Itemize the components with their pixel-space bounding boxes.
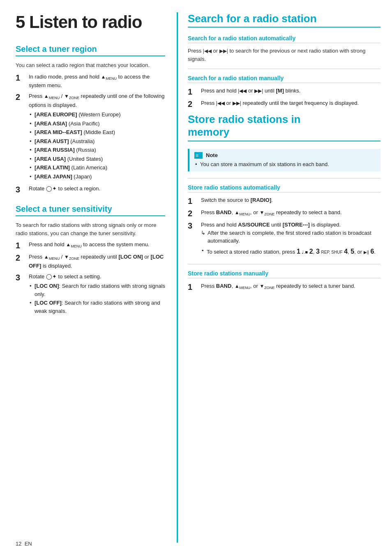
loc-off: [LOC OFF]: Search for radio stations wit…	[29, 299, 165, 315]
prev-icon-2: |◀◀	[238, 87, 247, 95]
store-manual-block: Store radio stations manually 1 Press BA…	[188, 270, 380, 292]
tuner-sensitivity-intro: To search for radio stations with strong…	[16, 221, 165, 237]
tuner-sensitivity-section: Select a tuner sensitivity To search for…	[16, 204, 165, 317]
tuner-region-intro: You can select a radio region that match…	[16, 61, 165, 69]
zone-down-icon-3: ▼ZONE	[259, 209, 274, 217]
step-1: 1 In radio mode, press and hold ▲MENU to…	[16, 73, 165, 90]
store-auto-step-3: 3 Press and hold AS/SOURCE until [STORE-…	[188, 221, 380, 258]
page-lang: EN	[25, 541, 32, 547]
zone-down-icon: ▼ZONE	[64, 92, 79, 101]
store-manual-steps: 1 Press BAND, ▲MENU, or ▼ZONE repeatedly…	[188, 282, 380, 292]
area-russia: [AREA RUSSIA] (Russia)	[29, 146, 165, 154]
area-japan: [AREA JAPAN] (Japan)	[29, 173, 165, 181]
zone-down-icon-2: ▼ZONE	[64, 253, 79, 262]
area-usa: [AREA USA] (United States)	[29, 155, 165, 163]
store-auto-steps: 1 Switch the source to [RADIO]. 2 Press …	[188, 196, 380, 258]
loc-on: [LOC ON]: Search for radio stations with…	[29, 282, 165, 298]
search-section-title: Search for a radio station	[188, 12, 380, 28]
area-asia: [AREA ASIA] (Asia Pacific)	[29, 120, 165, 128]
area-latin: [AREA LATIN] (Latin America)	[29, 164, 165, 172]
note-header: Note	[194, 152, 376, 159]
store-memory-title: Store radio stations inmemory	[188, 113, 380, 141]
next-icon-3: ▶▶|	[233, 99, 241, 107]
right-column: Search for a radio station Search for a …	[177, 12, 392, 543]
menu-up-icon-2: ▲MENU	[44, 253, 60, 262]
area-aust: [AREA AUST] (Australia)	[29, 137, 165, 146]
step-2: 2 Press ▲MENU / ▼ZONE repeatedly until o…	[16, 92, 165, 182]
note-list: You can store a maximum of six stations …	[194, 160, 376, 169]
store-manual-step-1: 1 Press BAND, ▲MENU, or ▼ZONE repeatedly…	[188, 282, 380, 292]
store-auto-arrow: After the search is complete, the first …	[201, 229, 380, 245]
page-number: 12	[16, 541, 21, 547]
store-auto-title: Store radio stations automatically	[188, 184, 380, 192]
search-auto-title: Search for a radio station automatically	[188, 35, 380, 43]
search-auto-block: Search for a radio station automatically…	[188, 35, 380, 63]
zone-down-icon-4: ▼ZONE	[259, 282, 274, 291]
tuner-region-title: Select a tuner region	[16, 44, 165, 56]
loc-options: [LOC ON]: Search for radio stations with…	[29, 282, 165, 315]
chapter-title-text: Listen to radio	[29, 12, 142, 32]
chapter-number: 5	[16, 12, 25, 32]
note-label: Note	[206, 152, 218, 158]
next-icon-2: ▶▶|	[254, 87, 263, 95]
chapter-title: 5 Listen to radio	[16, 12, 165, 32]
prev-icon: |◀◀	[203, 47, 212, 55]
dial-icon: ◯✦	[46, 185, 57, 192]
menu-up-icon-3: ▲MENU	[235, 209, 250, 217]
tuner-region-section: Select a tuner region You can select a r…	[16, 44, 165, 194]
store-auto-step-1: 1 Switch the source to [RADIO].	[188, 196, 380, 206]
tuner-sensitivity-title: Select a tuner sensitivity	[16, 204, 165, 216]
note-icon	[194, 152, 203, 159]
search-auto-text: Press |◀◀ or ▶▶| to search for the previ…	[188, 47, 380, 63]
store-auto-select: To select a stored radio station, press …	[201, 247, 380, 257]
dial-icon-2: ◯✦	[46, 273, 57, 280]
store-auto-block: Store radio stations automatically 1 Swi…	[188, 184, 380, 258]
search-manual-steps: 1 Press and hold |◀◀ or ▶▶| until [M] bl…	[188, 87, 380, 109]
area-europe: [AREA EUROPE] (Western Europe)	[29, 111, 165, 119]
divider-1	[188, 69, 380, 69]
next-icon: ▶▶|	[219, 47, 228, 55]
left-column: 5 Listen to radio Select a tuner region …	[0, 12, 177, 543]
store-manual-title: Store radio stations manually	[188, 270, 380, 278]
page-footer: 12 EN	[16, 541, 32, 547]
area-mideast: [AREA MID--EAST] (Middle East)	[29, 128, 165, 136]
menu-icon: ▲MENU	[101, 73, 117, 82]
divider-3	[188, 264, 380, 264]
note-box: Note You can store a maximum of six stat…	[188, 149, 380, 172]
store-auto-step-2: 2 Press BAND, ▲MENU, or ▼ZONE repeatedly…	[188, 208, 380, 218]
search-manual-step-1: 1 Press and hold |◀◀ or ▶▶| until [M] bl…	[188, 87, 380, 97]
tuner-region-steps: 1 In radio mode, press and hold ▲MENU to…	[16, 73, 165, 195]
store-memory-section: Store radio stations inmemory Note You c…	[188, 113, 380, 291]
prev-icon-3: |◀◀	[216, 99, 225, 107]
search-manual-title: Search for a radio station manually	[188, 75, 380, 83]
store-auto-bullets: To select a stored radio station, press …	[201, 247, 380, 257]
search-manual-block: Search for a radio station manually 1 Pr…	[188, 75, 380, 109]
menu-up-icon-4: ▲MENU	[235, 282, 250, 291]
sens-step-1: 1 Press and hold ▲MENU to access the sys…	[16, 240, 165, 250]
tuner-sensitivity-steps: 1 Press and hold ▲MENU to access the sys…	[16, 240, 165, 317]
menu-up-icon: ▲MENU	[44, 92, 60, 101]
note-item-1: You can store a maximum of six stations …	[194, 160, 376, 169]
divider-2	[188, 178, 380, 178]
area-options: [AREA EUROPE] (Western Europe) [AREA ASI…	[29, 111, 165, 180]
sens-step-2: 2 Press ▲MENU / ▼ZONE repeatedly until […	[16, 253, 165, 270]
menu-icon-2: ▲MENU	[66, 241, 81, 250]
search-manual-step-2: 2 Press |◀◀ or ▶▶| repeatedly until the …	[188, 99, 380, 109]
step-3: 3 Rotate ◯✦ to select a region.	[16, 185, 165, 194]
search-section: Search for a radio station Search for a …	[188, 12, 380, 109]
sens-step-3: 3 Rotate ◯✦ to select a setting. [LOC ON…	[16, 273, 165, 317]
